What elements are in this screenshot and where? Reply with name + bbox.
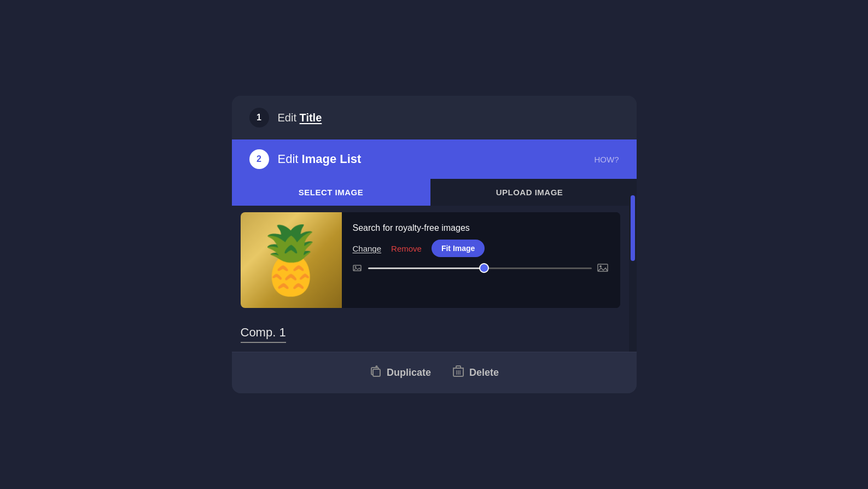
image-editor-block: Search for royalty-free images Change Re…	[241, 212, 620, 308]
svg-point-1	[354, 266, 356, 268]
editor-panel: 1 Edit Title 2 Edit Image List HOW? SELE…	[232, 96, 637, 393]
change-button[interactable]: Change	[353, 244, 382, 253]
fit-image-button[interactable]: Fit Image	[432, 240, 485, 257]
scrollbar[interactable]	[629, 179, 637, 352]
svg-point-3	[599, 265, 602, 267]
scroll-thumb	[631, 195, 635, 261]
comp-label: Comp. 1	[241, 325, 286, 343]
duplicate-button[interactable]: Duplicate	[369, 365, 431, 380]
tab-upload-image[interactable]: UPLOAD IMAGE	[430, 179, 629, 206]
royalty-text: Search for royalty-free images	[353, 222, 609, 234]
action-row: Change Remove Fit Image	[353, 240, 609, 257]
image-small-icon	[353, 264, 363, 272]
remove-button[interactable]: Remove	[391, 244, 422, 253]
pineapple-image	[241, 212, 342, 308]
step2-title: Edit Image List	[278, 152, 586, 166]
image-size-slider[interactable]	[368, 267, 592, 269]
duplicate-icon	[369, 365, 381, 380]
tab-select-image[interactable]: SELECT IMAGE	[232, 179, 430, 206]
step1-badge: 1	[249, 108, 269, 127]
step2-badge: 2	[249, 149, 269, 169]
slider-row	[353, 263, 609, 273]
comp-label-area: Comp. 1	[232, 315, 629, 352]
svg-rect-10	[456, 366, 461, 368]
step2-header: 2 Edit Image List HOW?	[232, 139, 637, 179]
step1-title: Edit Title	[278, 112, 322, 124]
pineapple-placeholder	[241, 212, 342, 308]
step1-row: 1 Edit Title	[232, 96, 637, 139]
how-link[interactable]: HOW?	[595, 155, 619, 164]
content-area: SELECT IMAGE UPLOAD IMAGE Search for roy…	[232, 179, 637, 352]
image-controls: Search for royalty-free images Change Re…	[342, 212, 620, 308]
main-content: SELECT IMAGE UPLOAD IMAGE Search for roy…	[232, 179, 629, 352]
svg-rect-5	[373, 369, 380, 376]
image-large-icon	[597, 263, 609, 273]
delete-button[interactable]: Delete	[453, 365, 499, 380]
trash-icon	[453, 365, 464, 380]
tab-bar: SELECT IMAGE UPLOAD IMAGE	[232, 179, 629, 206]
footer-area: Duplicate Delete	[232, 352, 637, 393]
